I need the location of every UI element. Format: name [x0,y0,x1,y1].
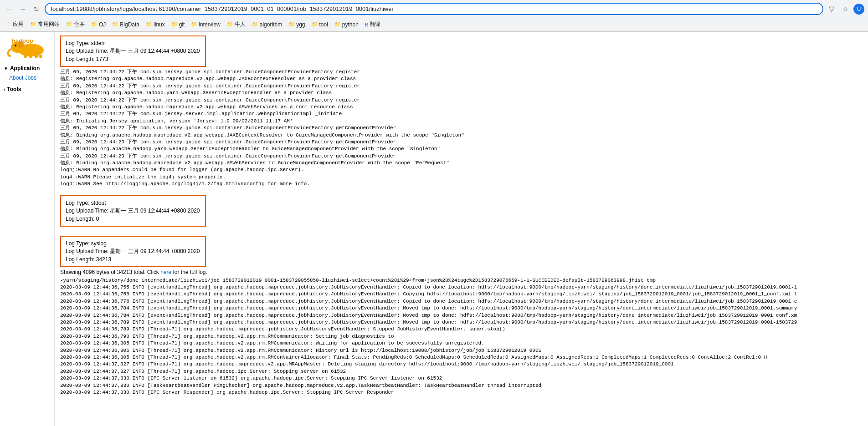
profile-button[interactable]: U [853,4,864,15]
bookmark-translate[interactable]: B 翻译 [362,20,383,29]
svg-rect-4 [24,55,27,58]
bookmark-interview[interactable]: 📁 interview [188,20,223,29]
about-jobs-link[interactable]: About Jobs [0,73,54,82]
folder-icon-9: 📁 [252,21,258,27]
log-content-syslog: -yarn/staging/history/done_intermediate/… [60,277,863,396]
forward-button[interactable]: → [17,4,28,15]
log-section-stdout: Log Type: stdout Log Upload Time: 星期一 三月… [60,195,863,228]
bookmark-apps[interactable]: ⋮ 应用 [4,20,26,29]
application-label: Application [10,65,40,71]
folder-icon-4: 📁 [112,21,118,27]
sidebar: hadoop ▼ Application About Jobs › Tools [0,32,55,426]
svg-rect-7 [39,55,42,58]
folder-icon: 📁 [30,21,36,27]
log-upload-time-stdout: Log Upload Time: 星期一 三月 09 12:44:44 +080… [66,207,200,215]
folder-icon-2: 📁 [66,21,72,27]
reload-button[interactable]: ↻ [31,4,42,15]
folder-icon-11: 📁 [312,21,318,27]
log-upload-time-stderr: Log Upload Time: 星期一 三月 09 12:44:44 +080… [66,47,200,55]
folder-icon-10: 📁 [288,21,295,27]
extensions-button[interactable]: ▽ [826,4,837,15]
address-bar[interactable] [45,3,823,15]
log-type-stdout: Log Type: stdout [66,200,200,206]
bookmark-button[interactable]: ☆ [840,4,851,15]
log-header-stdout: Log Type: stdout Log Upload Time: 星期一 三月… [60,195,206,227]
showing-text: Showing 4096 bytes of 34213 total. Click… [60,269,863,275]
log-type-syslog: Log Type: syslog [66,240,200,247]
back-button[interactable]: ← [4,4,15,15]
folder-icon-12: 📁 [334,21,341,27]
folder-icon-3: 📁 [91,21,98,27]
main-content: Log Type: stderr Log Upload Time: 星期一 三月… [55,32,868,426]
tools-label: Tools [7,86,21,92]
apps-icon: ⋮ [6,21,11,27]
log-section-syslog: Log Type: syslog Log Upload Time: 星期一 三月… [60,236,863,396]
log-section-stderr: Log Type: stderr Log Upload Time: 星期一 三月… [60,36,863,188]
log-header-stderr: Log Type: stderr Log Upload Time: 星期一 三月… [60,36,206,67]
svg-rect-5 [29,55,32,58]
translate-icon: B [365,22,368,27]
bookmark-ygg[interactable]: 📁 ygg [286,20,308,29]
application-arrow: ▼ [4,66,8,71]
bookmark-linux[interactable]: 📁 linux [143,20,168,29]
bookmark-python[interactable]: 📁 python [332,20,361,29]
log-content-stderr: 三月 09, 2020 12:44:22 下午 com.sun.jersey.g… [60,69,863,188]
tools-section-title[interactable]: › Tools [0,84,54,94]
hadoop-logo: hadoop [4,37,49,58]
svg-rect-6 [35,55,38,58]
bookmark-bigdata[interactable]: 📁 BigData [109,20,142,29]
folder-icon-6: 📁 [171,21,178,27]
svg-point-2 [15,45,16,46]
bookmark-niuren[interactable]: 📁 牛人 [224,20,248,29]
page-container: hadoop ▼ Application About Jobs › Tools … [0,32,868,426]
bookmark-git[interactable]: 📁 git [169,20,188,29]
application-section-title[interactable]: ▼ Application [0,63,54,73]
log-header-syslog: Log Type: syslog Log Upload Time: 星期一 三月… [60,236,206,267]
browser-chrome: ← → ↻ ▽ ☆ U ⋮ 应用 📁 常用网站 📁 合并 📁 OJ 📁 BigD… [0,0,868,32]
log-length-syslog: Log Length: 34213 [66,256,200,263]
log-length-stdout: Log Length: 0 [66,216,200,222]
browser-toolbar: ← → ↻ ▽ ☆ U [0,0,868,18]
here-link[interactable]: here [160,269,171,275]
sidebar-tools-section: › Tools [0,84,54,94]
bookmark-merge[interactable]: 📁 合并 [63,20,87,29]
hadoop-logo-container: hadoop [0,34,54,61]
bookmarks-bar: ⋮ 应用 📁 常用网站 📁 合并 📁 OJ 📁 BigData 📁 linux … [0,18,868,31]
tools-arrow: › [4,87,5,92]
bookmark-common[interactable]: 📁 常用网站 [27,20,62,29]
sidebar-application-section: ▼ Application About Jobs [0,63,54,82]
folder-icon-8: 📁 [227,21,233,27]
bookmark-oj[interactable]: 📁 OJ [88,20,108,29]
bookmark-algorithm[interactable]: 📁 algorithm [249,20,285,29]
folder-icon-5: 📁 [146,21,152,27]
svg-text:hadoop: hadoop [12,37,33,44]
log-type-stderr: Log Type: stderr [66,40,200,46]
bookmark-tool[interactable]: 📁 tool [309,20,331,29]
folder-icon-7: 📁 [191,21,197,27]
log-length-stderr: Log Length: 1773 [66,56,200,62]
log-upload-time-syslog: Log Upload Time: 星期一 三月 09 12:44:44 +080… [66,248,200,255]
